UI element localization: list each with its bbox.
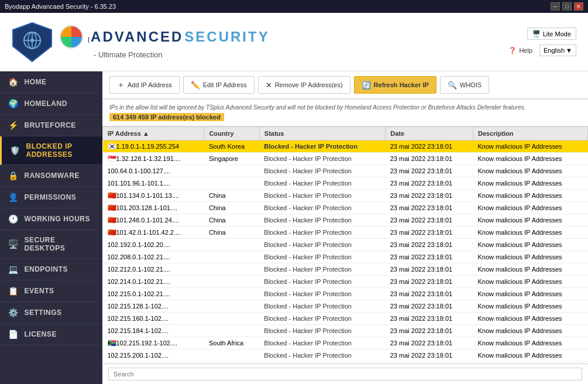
col-description[interactable]: Description (473, 127, 588, 140)
cell-status: Blocked - Hacker IP Protection (259, 276, 385, 288)
cell-description: Know malicious IP Addresses (473, 190, 588, 202)
cell-ip: 102.192.0.1-102.20.... (103, 239, 204, 251)
cell-date: 23 mai 2022 23:18:01 (386, 239, 473, 251)
table-row[interactable]: 🇨🇳101.248.0.1-101.24.... China Blocked -… (103, 214, 588, 227)
cell-description: Know malicious IP Addresses (473, 140, 588, 153)
maximize-button[interactable]: □ (562, 2, 572, 11)
sidebar-item-blocked[interactable]: 🛡️BLOCKED IP ADDRESSES (0, 136, 102, 165)
cell-date: 23 mai 2022 23:18:01 (386, 202, 473, 214)
cell-country (204, 239, 259, 251)
table-row[interactable]: 🇨🇳101.203.128.1-101.... China Blocked - … (103, 202, 588, 214)
cell-country (204, 349, 259, 362)
sidebar-item-settings[interactable]: ⚙️SETTINGS (0, 302, 102, 324)
minimize-button[interactable]: ─ (551, 2, 560, 11)
cell-status: Blocked - Hacker IP Protection (259, 325, 385, 337)
cell-status: Blocked - Hacker IP Protection (259, 202, 385, 214)
cell-date: 23 mai 2022 23:18:01 (386, 140, 473, 153)
sidebar-item-events[interactable]: 📋EVENTS (0, 280, 102, 302)
toolbar: ＋ Add IP Address ✏️ Edit IP Address ✕ Re… (102, 71, 588, 100)
sidebar-item-ransomware[interactable]: 🔒RANSOMWARE (0, 165, 102, 187)
cell-ip: 102.214.0.1-102.21.... (103, 276, 204, 288)
cell-ip: 🇨🇳101.203.128.1-101.... (103, 202, 204, 214)
cell-status: Blocked - Hacker IP Protection (259, 263, 385, 276)
titlebar-title: Byodapp Advancaed Security - 6.35.23 (5, 3, 116, 10)
cell-status: Blocked - Hacker IP Protection (259, 227, 385, 239)
cell-date: 23 mai 2022 23:18:01 (386, 227, 473, 239)
info-message: IPs in the allow list will be ignored by… (109, 104, 581, 111)
sidebar-label-homeland: HOMELAND (25, 100, 67, 108)
search-input[interactable] (108, 368, 582, 380)
sidebar-item-homeland[interactable]: 🌍HOMELAND (0, 93, 102, 115)
language-selector[interactable]: English ▼ (539, 44, 576, 56)
edit-ip-label: Edit IP Address (203, 81, 247, 88)
svg-point-5 (30, 39, 34, 42)
table-row[interactable]: 102.215.0.1-102.21.... Blocked - Hacker … (103, 288, 588, 300)
brand-area: | ADVANCED SECURITY - Ultimate Protectio… (60, 25, 270, 59)
sidebar-icon-secure-desktops: 🖥️ (8, 239, 19, 249)
remove-ip-label: Remove IP Address(es) (275, 81, 343, 88)
col-status[interactable]: Status (259, 127, 385, 140)
ip-count-badge: 614 349 459 IP address(es) blocked (109, 113, 224, 121)
globe-icon (60, 25, 83, 49)
table-row[interactable]: 101.101.96.1-101.1.... Blocked - Hacker … (103, 177, 588, 190)
table-row[interactable]: 🇨🇳101.134.0.1-101.13.... China Blocked -… (103, 190, 588, 202)
table-row[interactable]: 102.208.0.1-102.21.... Blocked - Hacker … (103, 251, 588, 263)
cell-country (204, 177, 259, 190)
cell-date: 23 mai 2022 23:18:01 (386, 263, 473, 276)
help-icon: ❓ (508, 47, 517, 54)
col-country[interactable]: Country (204, 127, 259, 140)
table-row[interactable]: 102.192.0.1-102.20.... Blocked - Hacker … (103, 239, 588, 251)
sidebar-item-permissions[interactable]: 👤PERMISSIONS (0, 187, 102, 208)
add-ip-button[interactable]: ＋ Add IP Address (109, 76, 180, 94)
sidebar-item-working-hours[interactable]: 🕐WORKING HOURS (0, 208, 102, 230)
col-ip-address[interactable]: IP Address ▲ (103, 127, 204, 140)
cell-status: Blocked - Hacker IP Protection (259, 165, 385, 177)
cell-status: Blocked - Hacker IP Protection (259, 251, 385, 263)
whois-button[interactable]: 🔍 WHOIS (440, 76, 489, 94)
table-row[interactable]: 🇰🇷1.19.0.1-1.19.255.254 South Korea Bloc… (103, 140, 588, 153)
cell-status: Blocked - Hacker IP Protection (259, 153, 385, 165)
table-row[interactable]: 102.215.160.1-102.... Blocked - Hacker I… (103, 313, 588, 325)
close-button[interactable]: ✕ (574, 2, 583, 11)
table-row[interactable]: 102.215.184.1-102.... Blocked - Hacker I… (103, 325, 588, 337)
remove-ip-button[interactable]: ✕ Remove IP Address(es) (258, 76, 350, 94)
sidebar-icon-home: 🏠 (8, 77, 19, 87)
sidebar-item-home[interactable]: 🏠HOME (0, 71, 102, 93)
cell-ip: 🇨🇳101.42.0.1-101.42.2.... (103, 227, 204, 239)
cell-status: Blocked - Hacker IP Protection (259, 190, 385, 202)
table-row[interactable]: 102.215.128.1-102.... Blocked - Hacker I… (103, 300, 588, 313)
cell-status: Blocked - Hacker IP Protection (259, 177, 385, 190)
shield-logo (12, 22, 53, 63)
sidebar-item-bruteforce[interactable]: ⚡BRUTEFORCE (0, 115, 102, 136)
ip-table: IP Address ▲ Country Status Date Descrip… (102, 126, 588, 364)
remove-icon: ✕ (266, 81, 272, 90)
sidebar-item-license[interactable]: 📄LICENSE (0, 324, 102, 345)
table-row[interactable]: 100.64.0.1-100.127.... Blocked - Hacker … (103, 165, 588, 177)
sidebar-label-working-hours: WORKING HOURS (25, 215, 91, 223)
sidebar-label-license: LICENSE (25, 330, 57, 338)
help-button[interactable]: ❓ Help (508, 47, 532, 54)
table-row[interactable]: 102.212.0.1-102.21.... Blocked - Hacker … (103, 263, 588, 276)
header: | ADVANCED SECURITY - Ultimate Protectio… (0, 13, 588, 71)
sidebar-label-bruteforce: BRUTEFORCE (25, 121, 76, 129)
cell-ip: 🇨🇳101.248.0.1-101.24.... (103, 214, 204, 227)
col-date[interactable]: Date (386, 127, 473, 140)
plus-icon: ＋ (117, 80, 125, 90)
language-label: English (544, 47, 565, 54)
sidebar-item-secure-desktops[interactable]: 🖥️SECURE DESKTOPS (0, 230, 102, 259)
cell-description: Know malicious IP Addresses (473, 263, 588, 276)
table-row[interactable]: 🇿🇦102.215.192.1-102.... South Africa Blo… (103, 337, 588, 349)
sidebar-icon-working-hours: 🕐 (8, 214, 19, 224)
sidebar-icon-permissions: 👤 (8, 193, 19, 202)
table-row[interactable]: 102.214.0.1-102.21.... Blocked - Hacker … (103, 276, 588, 288)
refresh-hacker-ip-button[interactable]: 🔄 Refresh Hacker IP (354, 76, 436, 94)
table-row[interactable]: 102.215.200.1-102.... Blocked - Hacker I… (103, 349, 588, 362)
cell-ip: 🇨🇳101.134.0.1-101.13.... (103, 190, 204, 202)
table-row[interactable]: 🇸🇬1.32.128.1-1.32.191.... Singapore Bloc… (103, 153, 588, 165)
sidebar-icon-settings: ⚙️ (8, 308, 19, 317)
sidebar-item-endpoints[interactable]: 💻ENDPOINTS (0, 259, 102, 280)
table-header-row: IP Address ▲ Country Status Date Descrip… (103, 127, 588, 140)
edit-ip-button[interactable]: ✏️ Edit IP Address (183, 76, 255, 94)
table-row[interactable]: 🇨🇳101.42.0.1-101.42.2.... China Blocked … (103, 227, 588, 239)
lite-mode-button[interactable]: 🖥️ Lite Mode (527, 28, 576, 40)
